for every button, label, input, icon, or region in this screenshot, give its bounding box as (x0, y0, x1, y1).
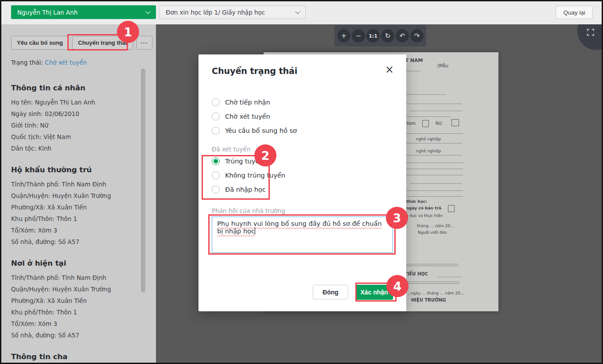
document-fragment (410, 110, 462, 111)
document-fragment (397, 168, 463, 169)
document-fragment (410, 182, 462, 184)
section-title: Nơi ở hiện tại (11, 259, 138, 267)
close-button[interactable]: Đóng (313, 285, 348, 299)
change-status-modal: Chuyển trạng thái × Chờ tiếp nhận Chờ xé… (198, 54, 406, 311)
sidebar-field: Số nhà, đường: Số A57 (11, 236, 138, 248)
document-fragment (398, 195, 463, 197)
viewer-toolbar: + − 1:1 ↻ ↶ ↷ (335, 25, 426, 46)
modal-title: Chuyển trạng thái (212, 66, 393, 76)
section-title: Thông tin cha (11, 352, 138, 361)
status-line: Trạng thái: Chờ xét tuyển (11, 59, 87, 66)
actual-size-button[interactable]: 1:1 (366, 29, 380, 43)
fullscreen-icon (587, 29, 594, 36)
section-title: Hộ khẩu thường trú (11, 166, 138, 174)
document-fragment: nghề nghiệp (416, 149, 441, 154)
feedback-text: Phụ huynh vui lòng bổ sung đầy đủ hồ sơ … (217, 220, 382, 235)
radio-label: Đã nhập học (225, 186, 266, 193)
modal-footer: Đóng Xác nhận (313, 285, 393, 300)
document-fragment (422, 120, 429, 127)
document-fragment (400, 154, 462, 155)
sidebar-actions: Yêu cầu bổ sung Chuyển trạng thái ··· (11, 36, 152, 50)
sidebar-field: Quận/Huyện: Huyện Xuân Trường (11, 190, 138, 201)
document-fragment (437, 276, 462, 277)
back-button[interactable]: Quay lại (556, 6, 593, 19)
radio-label: Chờ tiếp nhận (225, 99, 270, 106)
section-current-address: Nơi ở hiện tại Tỉnh/Thành phố: Tỉnh Nam … (11, 259, 138, 341)
confirm-button[interactable]: Xác nhận (355, 285, 393, 300)
radio-option[interactable]: Không trúng tuyển (212, 168, 393, 182)
more-options-button[interactable]: ··· (136, 36, 152, 50)
feedback-textarea[interactable]: Phụ huynh vui lòng bổ sung đầy đủ hồ sơ … (212, 217, 393, 253)
request-supplement-button[interactable]: Yêu cầu bổ sung (11, 36, 69, 50)
sidebar-field: Tổ/Xóm: Xóm 3 (11, 225, 138, 236)
sidebar-field: Giới tính: Nữ (11, 120, 138, 131)
document-fragment (405, 264, 459, 266)
radio-icon (212, 112, 220, 120)
radio-option[interactable]: Trúng tuyển (212, 154, 393, 168)
document-fragment: , ngày … tháng … năm 20… (408, 291, 464, 296)
radio-option[interactable]: Chờ tiếp nhận (212, 95, 393, 109)
app-window: Nguyễn Thị Lan Anh Đơn xin học lớp 1/ Gi… (0, 0, 603, 364)
radio-label: Chờ xét tuyển (225, 113, 270, 120)
sidebar-field: Phường/Xã: Xã Xuân Tiến (11, 295, 138, 306)
close-icon[interactable]: × (385, 64, 394, 75)
document-fragment: tháng … năm 20… (417, 224, 454, 228)
student-info: Thông tin cá nhân Họ tên: Nguyễn Thị Lan… (11, 72, 138, 364)
redo-icon[interactable]: ↷ (410, 29, 424, 43)
section-title: Thông tin cá nhân (11, 84, 138, 92)
radio-label: Không trúng tuyển (225, 172, 285, 179)
top-bar: Nguyễn Thị Lan Anh Đơn xin học lớp 1/ Gi… (0, 0, 603, 24)
radio-label: Yêu cầu bổ sung hồ sơ (225, 127, 297, 134)
status-label: Trạng thái: (11, 59, 45, 66)
radio-icon (212, 186, 220, 194)
feedback-label: Phản hồi của nhà trường (212, 207, 393, 214)
document-fragment (398, 190, 463, 191)
rotate-icon[interactable]: ↻ (381, 29, 394, 43)
sidebar-field: Tổ/Xóm: Xóm 3 (11, 318, 138, 329)
sidebar-field: Quốc tịch: Việt Nam (11, 131, 138, 143)
document-fragment (404, 282, 459, 284)
chevron-down-icon (295, 9, 300, 14)
document-fragment: Người viết đơn (418, 231, 447, 235)
text-cursor (255, 227, 256, 235)
document-fragment (397, 142, 462, 143)
student-select[interactable]: Nguyễn Thị Lan Anh (11, 5, 156, 19)
sidebar-scrollbar[interactable] (141, 69, 145, 292)
sidebar-field: Số nhà, đường: Số A57 (11, 329, 138, 341)
document-fragment: TIỂU HỌC (405, 271, 428, 276)
radio-option[interactable]: Yêu cầu bổ sung hồ sơ (212, 124, 393, 138)
document-fragment: (Mẫu (437, 63, 448, 68)
sidebar-field: Khu phố/Thôn: Thôn 1 (11, 306, 138, 318)
sidebar-field: Dân tộc: Kinh (11, 143, 138, 154)
section-father-info: Thông tin cha (11, 352, 138, 361)
radio-option[interactable]: Chờ xét tuyển (212, 109, 393, 124)
radio-option[interactable]: Đã nhập học (212, 182, 393, 197)
student-select-value: Nguyễn Thị Lan Anh (17, 9, 78, 16)
section-permanent-address: Hộ khẩu thường trú Tỉnh/Thành phố: Tỉnh … (11, 166, 138, 248)
document-fragment (397, 162, 463, 163)
radio-icon (212, 98, 220, 106)
radio-label: Trúng tuyển (225, 158, 263, 165)
document-fragment (397, 174, 463, 175)
zoom-in-button[interactable]: + (337, 29, 350, 43)
sidebar: Yêu cầu bổ sung Chuyển trạng thái ··· Tr… (0, 24, 156, 364)
sidebar-field: Ngày sinh: 02/06/2010 (11, 108, 138, 120)
radio-icon (212, 171, 220, 179)
document-select[interactable]: Đơn xin học lớp 1/ Giấy nhập học (160, 5, 306, 19)
sidebar-field: Phường/Xã: Xã Xuân Tiến (11, 201, 138, 213)
status-options-group: Chờ tiếp nhận Chờ xét tuyển Yêu cầu bổ s… (212, 95, 393, 138)
document-select-value: Đơn xin học lớp 1/ Giấy nhập học (166, 9, 265, 16)
document-fragment: Nữ (436, 121, 442, 126)
status-value: Chờ xét tuyển (45, 59, 87, 66)
change-status-button[interactable]: Chuyển trạng thái (72, 36, 133, 50)
sidebar-field: Tỉnh/Thành phố: Tỉnh Nam Định (11, 272, 138, 283)
zoom-out-button[interactable]: − (352, 29, 365, 43)
document-fragment: HIỆU TRƯỞNG (411, 298, 446, 302)
result-options-group: Trúng tuyển Không trúng tuyển Đã nhập họ… (212, 154, 393, 197)
section-personal-info: Thông tin cá nhân Họ tên: Nguyễn Thị Lan… (11, 84, 138, 154)
document-fragment (451, 119, 459, 126)
undo-icon[interactable]: ↶ (396, 29, 409, 43)
document-fragment (448, 205, 455, 212)
result-group-label: Đã xét tuyển (212, 146, 393, 153)
document-fragment: Nam (405, 121, 416, 126)
